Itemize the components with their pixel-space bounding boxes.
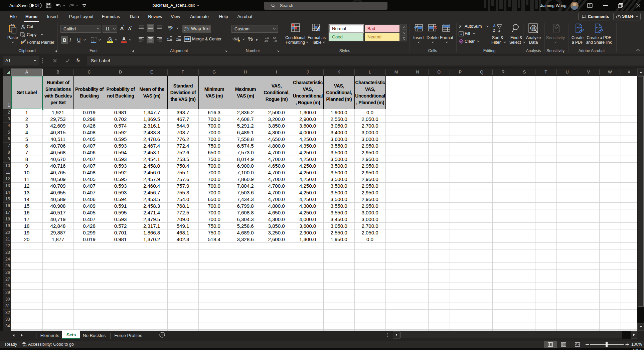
svg-text:c: c	[184, 29, 186, 32]
svg-text:Z: Z	[493, 28, 495, 32]
svg-text:123: 123	[235, 38, 239, 40]
svg-text:PDF: PDF	[596, 26, 601, 29]
svg-text:.00: .00	[264, 39, 268, 42]
svg-text:A: A	[493, 24, 496, 28]
svg-text:→0: →0	[273, 39, 277, 42]
svg-text:PDF: PDF	[577, 26, 582, 29]
